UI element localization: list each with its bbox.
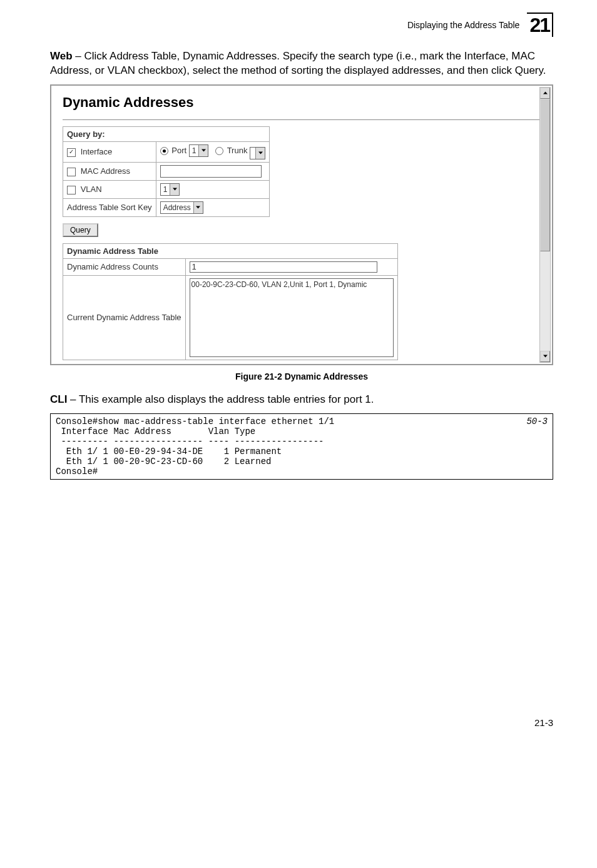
scroll-up-icon[interactable]: [540, 88, 550, 99]
cli-output-box: Console#show mac-address-table interface…: [50, 413, 553, 480]
divider: [63, 119, 541, 120]
intro-text: – Click Address Table, Dynamic Addresses…: [50, 50, 546, 76]
port-select[interactable]: 1: [189, 144, 209, 157]
query-button[interactable]: Query: [63, 223, 98, 237]
screenshot-inner: Dynamic Addresses Query by: ✓ Interface …: [51, 86, 552, 364]
mac-checkbox[interactable]: [67, 168, 76, 176]
cli-body: Console#show mac-address-table interface…: [56, 416, 334, 477]
counts-value[interactable]: 1: [190, 261, 377, 273]
scroll-down-icon[interactable]: [540, 351, 550, 362]
sort-key-value: Address: [163, 203, 191, 212]
port-radio[interactable]: [160, 147, 168, 155]
current-label: Current Dynamic Address Table: [63, 275, 186, 360]
chapter-number: 21: [529, 14, 549, 36]
port-label: Port: [171, 146, 186, 155]
chapter-badge: 21: [527, 13, 553, 37]
sort-key-label: Address Table Sort Key: [63, 198, 156, 216]
mac-input[interactable]: [160, 165, 262, 178]
scroll-thumb[interactable]: [540, 99, 550, 251]
counts-label: Dynamic Address Counts: [63, 258, 186, 275]
address-entry[interactable]: 00-20-9C-23-CD-60, VLAN 2,Unit 1, Port 1…: [191, 280, 392, 289]
counts-row: Dynamic Address Counts 1: [63, 258, 398, 275]
interface-row: ✓ Interface Port 1 Trunk: [63, 141, 270, 162]
vlan-row: VLAN 1: [63, 180, 270, 198]
section-title: Displaying the Address Table: [407, 20, 520, 30]
intro-paragraph: Web – Click Address Table, Dynamic Addre…: [50, 49, 553, 78]
figure-caption: Figure 21-2 Dynamic Addresses: [50, 371, 553, 381]
cli-paragraph: CLI – This example also displays the add…: [50, 393, 553, 407]
trunk-label: Trunk: [227, 146, 248, 155]
cli-text: – This example also displays the address…: [67, 393, 374, 405]
interface-checkbox[interactable]: ✓: [67, 148, 76, 157]
addr-table-header: Dynamic Address Table: [63, 243, 398, 258]
mac-label: MAC Address: [81, 166, 130, 176]
cli-lead: CLI: [50, 393, 67, 405]
intro-lead: Web: [50, 50, 73, 62]
page-container: Displaying the Address Table 21 Web – Cl…: [0, 0, 597, 740]
page-header: Displaying the Address Table 21: [50, 13, 553, 37]
current-row: Current Dynamic Address Table 00-20-9C-2…: [63, 275, 398, 360]
port-select-value: 1: [192, 146, 196, 155]
panel-title: Dynamic Addresses: [63, 94, 541, 111]
query-table: Query by: ✓ Interface Port 1: [63, 126, 270, 217]
address-table: Dynamic Address Table Dynamic Address Co…: [63, 243, 398, 360]
chevron-down-icon: [255, 148, 265, 159]
vlan-label: VLAN: [81, 184, 102, 194]
query-by-header: Query by:: [63, 126, 270, 141]
address-listbox[interactable]: 00-20-9C-23-CD-60, VLAN 2,Unit 1, Port 1…: [190, 278, 394, 357]
scroll-track[interactable]: [540, 99, 550, 351]
scrollbar[interactable]: [539, 87, 551, 363]
chevron-down-icon: [193, 202, 203, 213]
vlan-select-value: 1: [163, 185, 168, 194]
screenshot-frame: Dynamic Addresses Query by: ✓ Interface …: [50, 84, 553, 365]
trunk-radio[interactable]: [215, 147, 223, 155]
trunk-select[interactable]: [250, 147, 265, 159]
chevron-down-icon: [198, 145, 208, 156]
mac-row: MAC Address: [63, 162, 270, 180]
page-number: 21-3: [50, 717, 553, 728]
interface-label: Interface: [81, 147, 113, 156]
sort-key-select[interactable]: Address: [160, 201, 203, 214]
chevron-down-icon: [170, 184, 179, 195]
vlan-checkbox[interactable]: [67, 186, 76, 194]
sort-key-row: Address Table Sort Key Address: [63, 198, 270, 216]
cli-ref: 50-3: [526, 416, 548, 426]
vlan-select[interactable]: 1: [160, 183, 180, 196]
